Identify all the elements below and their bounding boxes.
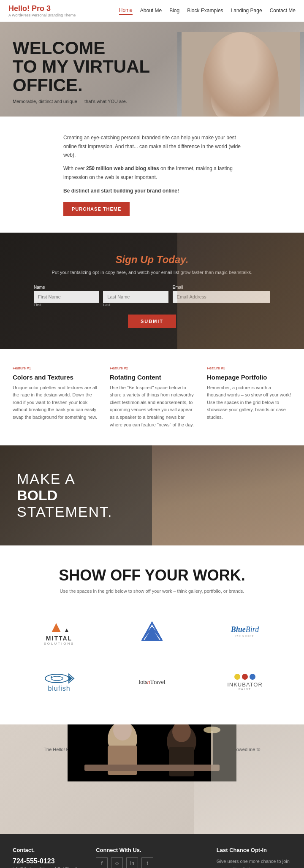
signup-section: Sign Up Today. Put your tantalizing opt-… <box>0 233 304 349</box>
social-linkedin[interactable]: in <box>126 857 138 868</box>
testimonial-photo-svg <box>68 724 236 781</box>
testimonial-section: The Hello! Pro theme is awesome because … <box>0 724 304 834</box>
site-logo: Hello! Pro 3 <box>8 4 76 13</box>
footer-connect-col: Connect With Us. f ☺ in t Add and custom… <box>96 847 208 868</box>
blufish-logo: blufish <box>21 665 97 699</box>
footer-contact-col: Contact. 724-555-0123 info@thebrandkit.c… <box>13 847 87 868</box>
nav-contact[interactable]: Contact Me <box>270 8 296 14</box>
first-name-group: Name First <box>34 285 99 307</box>
feature-1-num: Feature #1 <box>13 366 97 370</box>
footer-connect-title: Connect With Us. <box>96 847 208 853</box>
hero-section: WELCOME TO MY VIRTUAL OFFICE. Memorable,… <box>0 22 304 117</box>
feature-1-title: Colors and Textures <box>13 374 97 381</box>
portfolio-item-travel[interactable]: lotsnTravel <box>110 661 194 703</box>
nav-blog[interactable]: Blog <box>169 8 179 14</box>
feature-3-num: Feature #3 <box>207 366 291 370</box>
portfolio-desc: Use the spaces in the grid below to show… <box>17 589 287 594</box>
dot-red <box>242 674 248 680</box>
footer-optin-desc: Give users one more chance to join your … <box>217 857 291 868</box>
portfolio-item-mittal[interactable]: ▲ MITTAL SOLUTIONS <box>17 610 101 653</box>
first-name-input[interactable] <box>34 291 99 303</box>
signup-title: Sign Up Today. <box>25 254 279 266</box>
feature-3: Feature #3 Homepage Portfolio Remember, … <box>207 366 291 429</box>
travel-logo: lotsnTravel <box>114 665 190 699</box>
dot-blue <box>250 674 255 680</box>
bold-section: MAKE A BOLD STATEMENT. <box>0 445 304 545</box>
svg-point-23 <box>51 676 52 678</box>
feature-1-desc: Unique color palettes and textures are a… <box>13 384 97 421</box>
feature-2-desc: Use the "Be Inspired" space below to sha… <box>110 384 194 429</box>
svg-rect-34 <box>84 765 220 771</box>
nav-about[interactable]: About Me <box>140 8 162 14</box>
testimonial-content: The Hello! Pro theme is awesome because … <box>34 746 270 781</box>
nav-home[interactable]: Home <box>119 7 133 15</box>
bold-line3: STATEMENT. <box>17 504 287 520</box>
social-facebook[interactable]: f <box>96 857 108 868</box>
mittal-logo: ▲ MITTAL SOLUTIONS <box>21 615 97 648</box>
signup-desc: Put your tantalizing opt-in copy here, a… <box>25 270 279 275</box>
bluebird-name: BlueBird <box>231 625 259 634</box>
mittal-sub: SOLUTIONS <box>43 642 74 646</box>
mittal-icon: ▲ <box>49 618 70 635</box>
bold-line1: MAKE A <box>17 471 287 487</box>
submit-button[interactable]: SUBMIT <box>128 315 176 328</box>
bluebird-sub: RESORT <box>235 634 254 638</box>
site-tagline: A WordPress Personal Branding Theme <box>8 13 76 17</box>
footer-optin-title: Last Chance Opt-In <box>217 847 291 853</box>
inkubator-logo: inkubator PAINT <box>207 665 283 699</box>
feature-1: Feature #1 Colors and Textures Unique co… <box>13 366 97 429</box>
feature-2-title: Rotating Content <box>110 374 194 381</box>
purchase-theme-button[interactable]: PURCHASE THEME <box>63 202 130 216</box>
mittal-name: MITTAL <box>46 635 72 642</box>
intro-p2: With over 250 million web and blog sites… <box>63 164 241 182</box>
bluebird-bird: Bird <box>246 625 259 634</box>
hero-line3: OFFICE. <box>13 76 291 95</box>
testimonial-image <box>68 724 236 781</box>
social-twitter[interactable]: t <box>141 857 153 868</box>
svg-rect-33 <box>169 747 194 776</box>
hero-subtitle: Memorable, distinct and unique — that's … <box>13 99 291 104</box>
bluebird-blue: Blue <box>231 625 246 634</box>
dot-yellow <box>234 674 240 680</box>
logo-wrap: Hello! Pro 3 A WordPress Personal Brandi… <box>8 4 76 17</box>
last-name-group: Last <box>103 285 168 307</box>
feature-2-num: Feature #2 <box>110 366 194 370</box>
bluebird-logo: BlueBird RESORT <box>207 615 283 648</box>
intro-p1: Creating an eye-catching personal brande… <box>63 133 241 159</box>
portfolio-item-atlas[interactable] <box>110 610 194 653</box>
last-name-label <box>103 285 168 290</box>
last-name-sublabel: Last <box>103 303 168 307</box>
last-name-input[interactable] <box>103 291 168 303</box>
signup-form: Name First Last Email SUBMIT <box>25 285 279 328</box>
features-section: Feature #1 Colors and Textures Unique co… <box>0 349 304 446</box>
nav-block-examples[interactable]: Block Examples <box>187 8 223 14</box>
email-group: Email <box>173 285 270 307</box>
signup-name-row: Name First Last Email <box>34 285 270 307</box>
site-nav: Home About Me Blog Block Examples Landin… <box>119 7 296 15</box>
footer-contact-title: Contact. <box>13 847 87 853</box>
bold-text: MAKE A BOLD STATEMENT. <box>17 471 287 520</box>
footer-optin-col: Last Chance Opt-In Give users one more c… <box>217 847 291 868</box>
intro-section: Creating an eye-catching personal brande… <box>0 117 304 232</box>
portfolio-item-blufish[interactable]: blufish <box>17 661 101 703</box>
svg-rect-37 <box>211 724 236 781</box>
atlas-svg <box>141 621 163 642</box>
bold-line2: BOLD <box>17 487 287 504</box>
nav-landing-page[interactable]: Landing Page <box>231 8 262 14</box>
footer-phone: 724-555-0123 <box>13 857 87 865</box>
feature-2: Feature #2 Rotating Content Use the "Be … <box>110 366 194 429</box>
blufish-svg <box>42 672 76 685</box>
social-instagram[interactable]: ☺ <box>111 857 123 868</box>
travel-name: lotsnTravel <box>138 679 165 686</box>
hero-title: WELCOME TO MY VIRTUAL OFFICE. <box>13 39 291 95</box>
portfolio-item-inkubator[interactable]: inkubator PAINT <box>203 661 287 703</box>
feature-3-title: Homepage Portfolio <box>207 374 291 381</box>
hero-content: WELCOME TO MY VIRTUAL OFFICE. Memorable,… <box>0 22 304 117</box>
portfolio-item-bluebird[interactable]: BlueBird RESORT <box>203 610 287 653</box>
footer-dark: Contact. 724-555-0123 info@thebrandkit.c… <box>0 834 304 868</box>
portfolio-title: SHOW OFF YOUR WORK. <box>17 567 287 584</box>
intro-tagline: Be distinct and start building your bran… <box>63 187 241 195</box>
email-input[interactable] <box>173 291 270 303</box>
hero-line2: TO MY VIRTUAL <box>13 57 291 76</box>
portfolio-section: SHOW OFF YOUR WORK. Use the spaces in th… <box>0 545 304 724</box>
